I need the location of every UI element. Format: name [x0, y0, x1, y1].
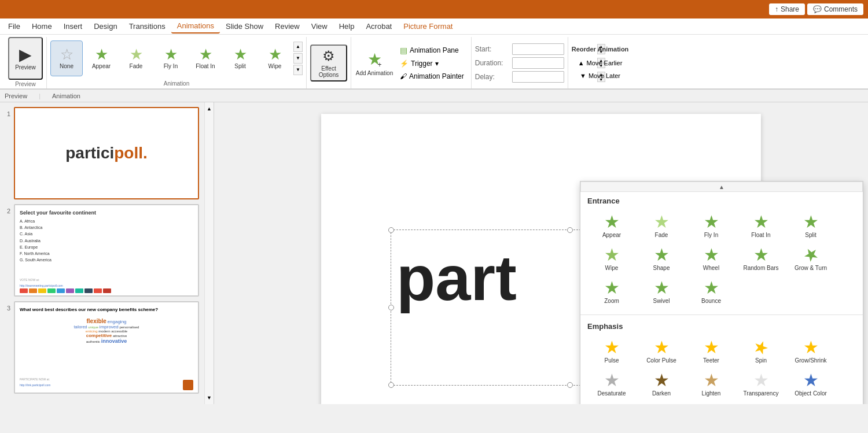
preview-button[interactable]: ▶ Preview: [8, 37, 43, 80]
anim-wheel[interactable]: ★ Wheel: [687, 243, 735, 275]
slide-number-3: 3: [2, 305, 10, 312]
slide-item-3[interactable]: 3 What word best describes our new compa…: [2, 301, 202, 394]
menu-review[interactable]: Review: [269, 20, 306, 33]
comments-button[interactable]: 💬 Comments: [807, 3, 863, 15]
duration-input[interactable]: ▲ ▼: [512, 57, 564, 69]
move-earlier-button[interactable]: ▲ Move Earlier: [576, 58, 625, 68]
menu-design[interactable]: Design: [88, 20, 123, 33]
anim-spin[interactable]: ★ Spin: [737, 335, 785, 367]
pulse-anim-icon: ★: [604, 339, 620, 356]
menu-transitions[interactable]: Transitions: [123, 20, 171, 33]
preview-group-label: Preview: [15, 80, 36, 89]
anim-grow-turn[interactable]: ★ Grow & Turn: [786, 243, 835, 275]
anim-darken[interactable]: ★ Darken: [637, 368, 686, 400]
effect-options-button[interactable]: ⚙ Effect Options: [310, 45, 347, 82]
animation-painter-button[interactable]: 🖌 Animation Painter: [396, 71, 468, 82]
ribbon-group-effect: ⚙ Effect Options: [307, 37, 351, 88]
floatin-icon: ★: [199, 47, 212, 62]
anim-appear[interactable]: ★ Appear: [587, 210, 636, 242]
appear-anim-label: Appear: [602, 232, 621, 238]
animation-pane-button[interactable]: ▤ Animation Pane: [396, 45, 468, 56]
anim-zoom[interactable]: ★ Zoom: [587, 276, 636, 308]
anim-desaturate[interactable]: ★ Desaturate: [587, 368, 636, 400]
ribbon-group-preview: ▶ Preview Preview: [5, 37, 47, 88]
slide-scroll-up[interactable]: ▲: [207, 103, 212, 114]
animation-split-button[interactable]: ★ Split: [224, 40, 256, 76]
anim-shape[interactable]: ★ Shape: [637, 243, 686, 275]
anim-teeter[interactable]: ★ Teeter: [687, 335, 735, 367]
animation-pane-icon: ▤: [400, 46, 407, 55]
menu-acrobat[interactable]: Acrobat: [360, 20, 398, 33]
menu-home[interactable]: Home: [26, 20, 58, 33]
delay-input[interactable]: ▲ ▼: [512, 71, 564, 83]
slide-scroll-down[interactable]: ▼: [207, 392, 212, 404]
handle-top-mid[interactable]: [567, 227, 573, 233]
swivel-anim-icon: ★: [654, 279, 670, 297]
animation-appear-button[interactable]: ★ Appear: [85, 40, 117, 76]
emphasis-section-title: Emphasis: [580, 317, 863, 333]
anim-object-color[interactable]: ★ Object Color: [786, 368, 835, 400]
menu-picture-format[interactable]: Picture Format: [398, 20, 458, 33]
teeter-anim-label: Teeter: [703, 357, 719, 364]
handle-bottom-mid[interactable]: [567, 382, 573, 388]
scroll-up-button[interactable]: ▲: [293, 42, 303, 52]
start-input[interactable]: ▲ ▼: [512, 43, 564, 55]
anim-bounce[interactable]: ★ Bounce: [687, 276, 735, 308]
entrance-grid: ★ Appear ★ Fade ★ Fly In ★: [580, 208, 863, 312]
menu-slideshow[interactable]: Slide Show: [220, 20, 269, 33]
anim-random-bars[interactable]: ★ Random Bars: [737, 243, 785, 275]
slide-thumb-1[interactable]: participoll.: [14, 107, 199, 199]
animation-flyin-button[interactable]: ★ Fly In: [155, 40, 187, 76]
reorder-label: Reorder Animation: [572, 46, 629, 53]
wordcloud: flexible engaging tailored unique improv…: [20, 316, 193, 346]
canvas-scroll[interactable]: part ▲: [214, 102, 868, 404]
vote-now-text: VOTE NOW at:: [20, 278, 39, 282]
move-later-button[interactable]: ▼ Move Later: [578, 71, 623, 80]
slide-panel-scrollbar[interactable]: ▲ ▼: [204, 102, 214, 404]
menu-help[interactable]: Help: [333, 20, 361, 33]
anim-wipe[interactable]: ★ Wipe: [587, 243, 636, 275]
bounce-anim-label: Bounce: [701, 298, 721, 304]
anim-grow-shrink[interactable]: ★ Grow/Shrink: [786, 335, 835, 367]
handle-bottom-left[interactable]: [388, 382, 394, 388]
randombars-anim-icon: ★: [753, 246, 769, 264]
animation-wipe-button[interactable]: ★ Wipe: [259, 40, 291, 76]
logo-accent: poll.: [114, 144, 148, 162]
slide3-vote-text: PARTICIPATE NOW at:: [20, 378, 50, 381]
anim-flyin[interactable]: ★ Fly In: [687, 210, 735, 242]
anim-scroll-up[interactable]: ▲: [580, 182, 863, 192]
slide-thumb-3[interactable]: What word best describes our new company…: [14, 301, 199, 394]
menu-file[interactable]: File: [2, 20, 26, 33]
slide-thumb-2[interactable]: Select your favourite continent A. Afric…: [14, 204, 199, 297]
ribbon-group-animation: ☆ None ★ Appear ★ Fade ★ Fly In ★ Float …: [47, 37, 307, 88]
animation-none-button[interactable]: ☆ None: [50, 40, 83, 76]
anim-transparency[interactable]: ★ Transparency: [737, 368, 785, 400]
anim-fade[interactable]: ★ Fade: [637, 210, 686, 242]
slide-scroll[interactable]: 1 participoll. 2 Select your f: [0, 102, 204, 404]
anim-split[interactable]: ★ Split: [786, 210, 835, 242]
menu-animations[interactable]: Animations: [171, 19, 220, 34]
slide-number-2: 2: [2, 208, 10, 214]
anim-lighten[interactable]: ★ Lighten: [687, 368, 735, 400]
slide-item-2[interactable]: 2 Select your favourite continent A. Afr…: [2, 204, 202, 297]
handle-mid-left[interactable]: [388, 305, 394, 310]
animation-fade-button[interactable]: ★ Fade: [120, 40, 152, 76]
anim-swivel[interactable]: ★ Swivel: [637, 276, 686, 308]
handle-top-left[interactable]: [388, 227, 394, 233]
slide-item-1[interactable]: 1 participoll.: [2, 107, 202, 199]
menu-insert[interactable]: Insert: [58, 20, 89, 33]
flyin-icon: ★: [164, 47, 178, 62]
anim-color-pulse[interactable]: ★ Color Pulse: [637, 335, 686, 367]
add-animation-button[interactable]: ★+ Add Animation: [355, 42, 394, 84]
anim-floatin[interactable]: ★ Float In: [737, 210, 785, 242]
scroll-down-button[interactable]: ▼: [293, 65, 303, 75]
scroll-mid-button[interactable]: ▼: [293, 53, 303, 64]
shape-anim-icon: ★: [654, 246, 670, 264]
menu-view[interactable]: View: [306, 20, 333, 33]
share-button[interactable]: ↑ Share: [769, 3, 805, 15]
comments-icon: 💬: [813, 5, 822, 13]
fade-anim-label: Fade: [655, 232, 668, 238]
animation-floatin-button[interactable]: ★ Float In: [189, 40, 222, 76]
trigger-button[interactable]: ⚡ Trigger ▾: [396, 58, 468, 69]
anim-pulse[interactable]: ★ Pulse: [587, 335, 636, 367]
